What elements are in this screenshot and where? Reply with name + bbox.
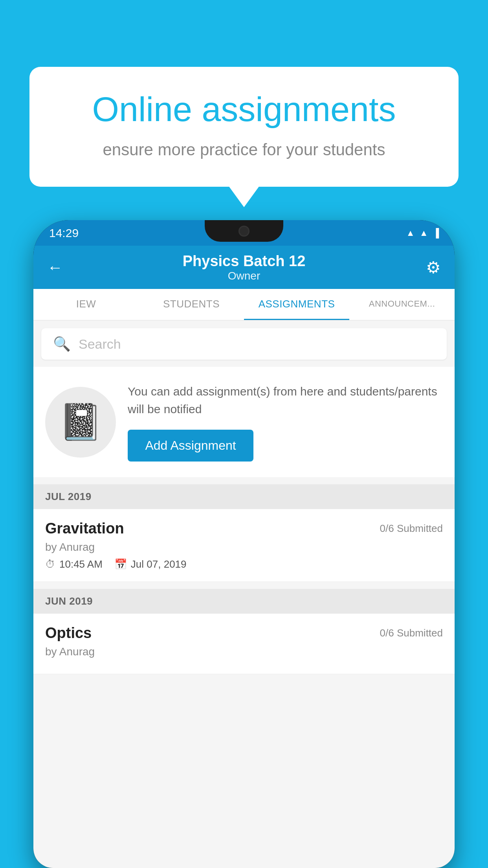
search-placeholder: Search <box>79 337 121 352</box>
search-icon: 🔍 <box>53 336 71 352</box>
speech-bubble-title: Online assignments <box>61 90 427 129</box>
assignment-name: Gravitation <box>45 520 124 537</box>
header-title: Physics Batch 12 <box>183 253 306 270</box>
tab-announcements[interactable]: ANNOUNCEM... <box>349 289 455 320</box>
search-bar[interactable]: 🔍 Search <box>41 328 447 360</box>
tab-assignments[interactable]: ASSIGNMENTS <box>244 289 349 320</box>
status-time: 14:29 <box>49 226 79 240</box>
assignment-meta: ⏱ 10:45 AM 📅 Jul 07, 2019 <box>45 558 443 570</box>
header-subtitle: Owner <box>183 270 306 282</box>
assignment-top-row-optics: Optics 0/6 Submitted <box>45 625 443 642</box>
assignment-author-optics: by Anurag <box>45 645 443 658</box>
assignment-item-optics[interactable]: Optics 0/6 Submitted by Anurag <box>33 614 455 674</box>
info-card: 📓 You can add assignment(s) from here an… <box>33 367 455 477</box>
assignment-item-gravitation[interactable]: Gravitation 0/6 Submitted by Anurag ⏱ 10… <box>33 509 455 582</box>
content-area: 🔍 Search 📓 You can add assignment(s) fro… <box>33 320 455 868</box>
phone-frame: 14:29 ▲ ▲ ▐ ← Physics Batch 12 Owner ⚙ I… <box>33 220 455 868</box>
assignment-name-optics: Optics <box>45 625 92 642</box>
speech-bubble: Online assignments ensure more practice … <box>29 67 459 187</box>
back-button[interactable]: ← <box>47 259 63 276</box>
wifi-icon: ▲ <box>406 228 415 238</box>
background: Online assignments ensure more practice … <box>0 0 488 868</box>
assignment-date: 📅 Jul 07, 2019 <box>114 558 187 570</box>
tab-students[interactable]: STUDENTS <box>139 289 244 320</box>
status-icons: ▲ ▲ ▐ <box>406 228 439 238</box>
app-header: ← Physics Batch 12 Owner ⚙ <box>33 246 455 289</box>
assignment-submitted: 0/6 Submitted <box>380 522 443 535</box>
calendar-icon: 📅 <box>114 558 127 570</box>
add-assignment-button[interactable]: Add Assignment <box>128 430 253 462</box>
assignment-submitted-optics: 0/6 Submitted <box>380 627 443 639</box>
settings-icon[interactable]: ⚙ <box>426 258 441 277</box>
phone-notch <box>205 220 283 242</box>
signal-icon: ▲ <box>420 228 428 238</box>
speech-bubble-subtitle: ensure more practice for your students <box>61 140 427 159</box>
battery-icon: ▐ <box>433 228 439 238</box>
tab-iew[interactable]: IEW <box>33 289 139 320</box>
camera <box>238 226 250 237</box>
info-text: You can add assignment(s) from here and … <box>128 383 443 462</box>
clock-icon: ⏱ <box>45 558 55 570</box>
assignment-icon-circle: 📓 <box>45 387 116 458</box>
assignment-time: ⏱ 10:45 AM <box>45 558 103 570</box>
section-header-jun: JUN 2019 <box>33 589 455 614</box>
section-header-jul: JUL 2019 <box>33 484 455 509</box>
assignment-top-row: Gravitation 0/6 Submitted <box>45 520 443 537</box>
notebook-icon: 📓 <box>59 401 103 443</box>
header-title-group: Physics Batch 12 Owner <box>183 253 306 282</box>
tab-bar: IEW STUDENTS ASSIGNMENTS ANNOUNCEM... <box>33 289 455 320</box>
assignment-author: by Anurag <box>45 541 443 554</box>
info-description: You can add assignment(s) from here and … <box>128 383 443 418</box>
